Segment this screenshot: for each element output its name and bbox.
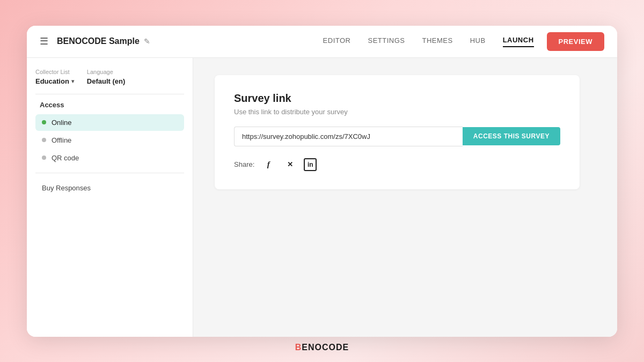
app-title: BENOCODE Sample	[57, 36, 140, 46]
sidebar: Collector List Education ▾ Language Defa…	[27, 58, 193, 337]
offline-label: Offline	[52, 136, 71, 144]
sidebar-item-offline[interactable]: Offline	[35, 132, 184, 149]
sidebar-item-online[interactable]: Online	[35, 114, 184, 131]
language-label: Language	[87, 69, 126, 75]
edit-icon[interactable]: ✎	[144, 37, 150, 46]
qrcode-label: QR code	[52, 154, 79, 162]
link-row: ACCESS THIS SURVEY	[234, 127, 560, 146]
footer-brand: BENOCODE	[295, 343, 349, 352]
language-group: Language Default (en)	[87, 69, 126, 85]
brand-text: ENOCODE	[302, 343, 349, 352]
chevron-icon: ▾	[71, 78, 74, 84]
preview-button[interactable]: PREVIEW	[547, 32, 604, 51]
language-value: Default (en)	[87, 77, 126, 85]
nav-hub[interactable]: HUB	[470, 36, 486, 47]
collector-value[interactable]: Education ▾	[35, 77, 74, 85]
sidebar-meta: Collector List Education ▾ Language Defa…	[35, 69, 184, 85]
online-dot	[42, 120, 46, 124]
sidebar-divider-2	[35, 173, 184, 173]
card-subtitle: Use this link to distribute your survey	[234, 108, 560, 116]
nav-launch[interactable]: LAUNCH	[503, 36, 534, 47]
app-window: ☰ BENOCODE Sample ✎ EDITOR SETTINGS THEM…	[27, 26, 617, 337]
linkedin-icon[interactable]: in	[304, 158, 317, 171]
qrcode-dot	[42, 156, 46, 160]
online-label: Online	[52, 119, 72, 127]
header: ☰ BENOCODE Sample ✎ EDITOR SETTINGS THEM…	[27, 26, 617, 58]
nav-settings[interactable]: SETTINGS	[368, 36, 405, 47]
brand-highlight: B	[295, 343, 302, 352]
survey-url-input[interactable]	[234, 127, 463, 146]
main-content: Survey link Use this link to distribute …	[193, 58, 617, 337]
collector-group: Collector List Education ▾	[35, 69, 74, 85]
card-title: Survey link	[234, 92, 560, 105]
sidebar-item-qrcode[interactable]: QR code	[35, 150, 184, 166]
share-label: Share:	[234, 160, 254, 168]
menu-icon[interactable]: ☰	[40, 35, 48, 47]
nav-themes[interactable]: THEMES	[422, 36, 453, 47]
access-section-title: Access	[35, 101, 184, 109]
offline-dot	[42, 138, 46, 142]
body: Collector List Education ▾ Language Defa…	[27, 58, 617, 337]
twitter-x-icon[interactable]: ✕	[282, 157, 297, 172]
access-survey-button[interactable]: ACCESS THIS SURVEY	[463, 127, 560, 145]
sidebar-divider	[35, 94, 184, 94]
buy-responses-link[interactable]: Buy Responses	[35, 180, 184, 196]
collector-label: Collector List	[35, 69, 74, 75]
facebook-icon[interactable]: f	[261, 157, 276, 172]
survey-link-card: Survey link Use this link to distribute …	[215, 75, 580, 189]
share-row: Share: f ✕ in	[234, 157, 560, 172]
main-nav: EDITOR SETTINGS THEMES HUB LAUNCH	[323, 36, 534, 47]
nav-editor[interactable]: EDITOR	[323, 36, 351, 47]
